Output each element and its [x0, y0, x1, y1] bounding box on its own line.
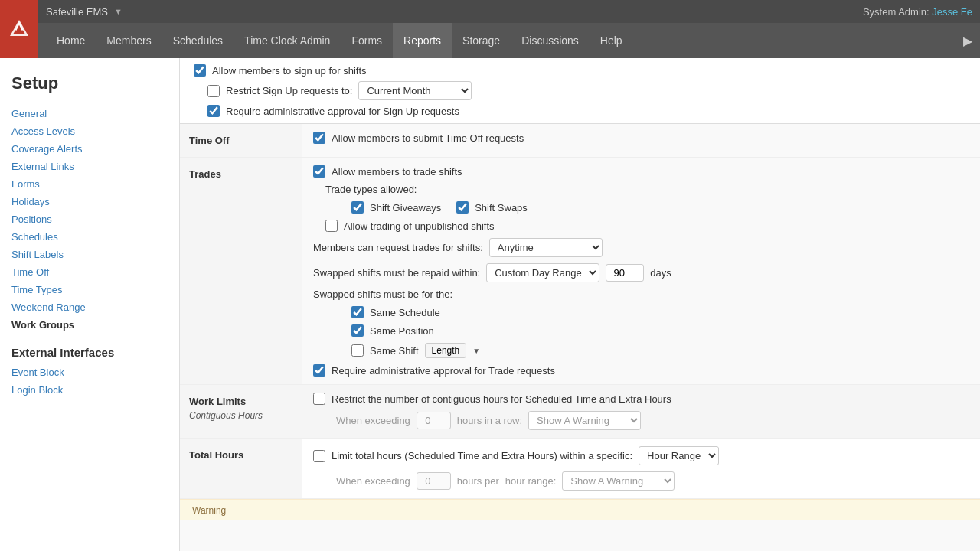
members-request-label: Members can request trades for shifts:	[313, 242, 483, 253]
allow-members-signup-label: Allow members to sign up for shifts	[212, 65, 367, 77]
when-exceeding-input[interactable]	[416, 412, 451, 429]
same-schedule-checkbox[interactable]	[351, 306, 364, 318]
hour-range-dropdown[interactable]: Hour Range Day Range	[639, 446, 719, 465]
restrict-signup-dropdown[interactable]: Current Month Custom Day Range Anytime	[358, 81, 472, 100]
contiguous-hours-label: Contiguous Hours	[189, 410, 292, 421]
nav-discussions[interactable]: Discussions	[511, 23, 590, 58]
sidebar-item-external-links[interactable]: External Links	[11, 158, 168, 175]
nav-storage[interactable]: Storage	[452, 23, 511, 58]
swapped-repaid-days-input[interactable]	[606, 264, 644, 282]
members-request-dropdown[interactable]: Anytime Current Month Custom Day Range	[489, 238, 603, 257]
sidebar-item-forms[interactable]: Forms	[11, 175, 168, 193]
hour-range-label: hour range:	[505, 475, 557, 487]
org-dropdown-arrow[interactable]: ▼	[114, 7, 122, 16]
when-exceeding2-label: When exceeding	[336, 475, 410, 487]
warning-dropdown[interactable]: Show A Warning Prevent Scheduling	[528, 411, 641, 430]
sidebar-item-schedules[interactable]: Schedules	[11, 228, 168, 246]
trade-types-label: Trade types allowed:	[325, 184, 416, 195]
nav-home[interactable]: Home	[46, 23, 96, 58]
same-shift-label: Same Shift	[370, 345, 419, 357]
restrict-contiguous-checkbox[interactable]	[313, 393, 325, 405]
same-position-checkbox[interactable]	[351, 324, 364, 337]
allow-trades-label: Allow members to trade shifts	[332, 166, 462, 178]
content-area: Allow members to sign up for shifts Rest…	[180, 58, 980, 551]
sidebar-item-access-levels[interactable]: Access Levels	[11, 122, 168, 140]
limit-total-label: Limit total hours (Scheduled Time and Ex…	[332, 450, 632, 461]
warning-footer: Warning	[192, 505, 226, 516]
sidebar-item-shift-labels[interactable]: Shift Labels	[11, 246, 168, 263]
when-exceeding-label: When exceeding	[336, 415, 410, 426]
allow-timeoff-label: Allow members to submit Time Off request…	[332, 132, 524, 144]
work-limits-section: Work Limits Contiguous Hours Restrict th…	[180, 385, 980, 520]
nav-reports[interactable]: Reports	[393, 23, 452, 58]
nav-forms[interactable]: Forms	[341, 23, 393, 58]
time-off-label: Time Off	[180, 124, 302, 157]
same-shift-checkbox[interactable]	[351, 344, 364, 357]
work-limits-label: Work Limits Contiguous Hours	[180, 385, 302, 438]
allow-members-signup-checkbox[interactable]	[194, 64, 206, 77]
hours-in-row-label: hours in a row:	[457, 415, 522, 426]
swapped-be-for-label: Swapped shifts must be for the:	[313, 289, 452, 300]
system-admin-label: System Admin:	[863, 6, 929, 18]
sidebar-item-positions[interactable]: Positions	[11, 210, 168, 228]
external-interfaces-title: External Interfaces	[11, 346, 168, 359]
trades-section: Trades Allow members to trade shifts Tra…	[180, 158, 980, 385]
nav-timeclock[interactable]: Time Clock Admin	[234, 23, 341, 58]
sidebar-item-general[interactable]: General	[11, 105, 168, 122]
time-off-section: Time Off Allow members to submit Time Of…	[180, 124, 980, 158]
sidebar: Setup General Access Levels Coverage Ale…	[0, 58, 180, 551]
sidebar-item-holidays[interactable]: Holidays	[11, 193, 168, 210]
require-admin-approval-signup-label: Require administrative approval for Sign…	[226, 106, 459, 117]
swapped-repaid-label: Swapped shifts must be repaid within:	[313, 267, 480, 279]
sidebar-item-login-block[interactable]: Login Block	[11, 381, 168, 399]
same-schedule-label: Same Schedule	[370, 307, 440, 318]
allow-unpublished-checkbox[interactable]	[325, 220, 338, 232]
limit-total-checkbox[interactable]	[313, 450, 325, 462]
shift-swaps-label: Shift Swaps	[475, 202, 528, 214]
org-name: Safeville EMS	[46, 6, 108, 18]
trades-label: Trades	[180, 158, 302, 384]
shift-giveaways-checkbox[interactable]	[351, 201, 364, 214]
require-admin-trades-label: Require administrative approval for Trad…	[332, 365, 555, 377]
days-label: days	[650, 267, 671, 279]
require-admin-approval-signup-checkbox[interactable]	[207, 105, 220, 117]
nav-help[interactable]: Help	[590, 23, 633, 58]
when-exceeding2-input[interactable]	[416, 472, 451, 490]
length-button[interactable]: Length	[425, 343, 467, 358]
sidebar-item-weekend-range[interactable]: Weekend Range	[11, 298, 168, 316]
user-name[interactable]: Jesse Fe	[932, 6, 972, 18]
nav-members[interactable]: Members	[96, 23, 162, 58]
allow-trades-checkbox[interactable]	[313, 165, 325, 178]
setup-title: Setup	[11, 73, 168, 93]
allow-unpublished-label: Allow trading of unpublished shifts	[344, 220, 495, 232]
swapped-repaid-dropdown[interactable]: Custom Day Range Anytime Current Month	[486, 263, 599, 282]
video-icon[interactable]: ▶	[963, 34, 972, 47]
shift-swaps-checkbox[interactable]	[456, 201, 469, 214]
sidebar-item-event-block[interactable]: Event Block	[11, 364, 168, 381]
restrict-signup-label: Restrict Sign Up requests to:	[226, 85, 352, 96]
nav-schedules[interactable]: Schedules	[162, 23, 234, 58]
same-position-label: Same Position	[370, 325, 434, 337]
total-hours-label: Total Hours	[180, 439, 302, 498]
restrict-contiguous-label: Restrict the number of contiguous hours …	[332, 393, 671, 405]
shift-giveaways-label: Shift Giveaways	[370, 202, 441, 214]
hours-per-label: hours per	[457, 475, 499, 487]
allow-timeoff-checkbox[interactable]	[313, 132, 325, 144]
sidebar-item-time-off[interactable]: Time Off	[11, 263, 168, 281]
sidebar-item-coverage-alerts[interactable]: Coverage Alerts	[11, 140, 168, 158]
sidebar-item-work-groups[interactable]: Work Groups	[11, 316, 168, 334]
require-admin-trades-checkbox[interactable]	[313, 364, 325, 377]
length-dropdown-arrow[interactable]: ▼	[472, 347, 480, 355]
restrict-signup-checkbox[interactable]	[207, 85, 220, 97]
warning2-dropdown[interactable]: Show A Warning Prevent Scheduling	[562, 471, 675, 491]
logo-icon	[8, 18, 31, 41]
sidebar-item-time-types[interactable]: Time Types	[11, 281, 168, 298]
